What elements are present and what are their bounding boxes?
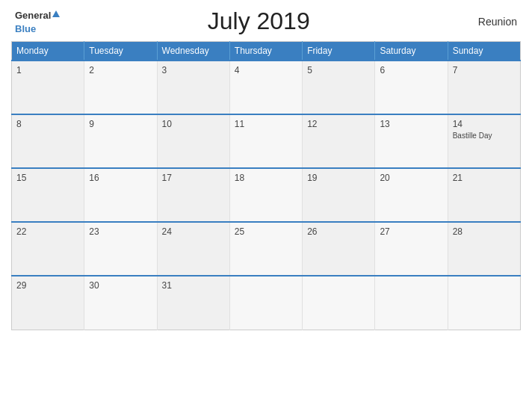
day-number: 14 (453, 119, 516, 129)
day-cell-31: 31 (157, 276, 229, 330)
logo-triangle-icon (52, 10, 60, 17)
col-saturday: Saturday (375, 42, 448, 61)
day-number: 3 (162, 65, 225, 75)
day-number: 28 (453, 226, 516, 237)
col-sunday: Sunday (448, 42, 520, 61)
day-cell-1: 1 (12, 61, 84, 114)
day-cell-4: 4 (229, 61, 302, 114)
col-thursday: Thursday (229, 42, 302, 61)
logo: General Blue (15, 8, 60, 34)
day-number: 24 (162, 226, 225, 237)
day-cell-24: 24 (157, 222, 229, 276)
day-number: 18 (235, 173, 297, 183)
region-label: Reunion (457, 16, 517, 28)
day-cell-16: 16 (84, 168, 157, 222)
day-number: 1 (16, 65, 79, 75)
day-number: 30 (89, 280, 152, 291)
week-row-5: 293031 (12, 276, 521, 330)
day-cell-3: 3 (157, 61, 229, 114)
day-cell-18: 18 (229, 168, 302, 222)
day-number: 10 (162, 119, 225, 129)
day-number: 27 (380, 226, 442, 237)
day-number: 11 (235, 119, 297, 129)
calendar-table: Monday Tuesday Wednesday Thursday Friday… (11, 41, 521, 330)
day-number: 21 (453, 173, 516, 183)
day-number: 31 (162, 280, 225, 291)
day-number: 16 (89, 173, 152, 183)
day-cell-28: 28 (448, 222, 520, 276)
day-cell-17: 17 (157, 168, 229, 222)
day-cell-21: 21 (448, 168, 520, 222)
day-number: 23 (89, 226, 152, 237)
day-cell-22: 22 (12, 222, 84, 276)
day-cell-19: 19 (303, 168, 375, 222)
day-cell-11: 11 (229, 114, 302, 168)
day-number: 17 (162, 173, 225, 183)
day-number: 9 (89, 119, 152, 129)
day-number: 8 (16, 119, 79, 129)
day-cell-13: 13 (375, 114, 448, 168)
day-cell-26: 26 (303, 222, 375, 276)
day-cell-7: 7 (448, 61, 520, 114)
col-friday: Friday (303, 42, 375, 61)
day-cell-34 (375, 276, 448, 330)
day-number: 15 (16, 173, 79, 183)
month-title: July 2019 (60, 7, 457, 35)
day-cell-2: 2 (84, 61, 157, 114)
day-cell-6: 6 (375, 61, 448, 114)
logo-line1: General (15, 8, 60, 22)
week-row-3: 15161718192021 (12, 168, 521, 222)
logo-line2: Blue (15, 22, 60, 35)
day-number: 6 (380, 65, 442, 75)
day-cell-30: 30 (84, 276, 157, 330)
day-cell-27: 27 (375, 222, 448, 276)
day-number: 7 (453, 65, 516, 75)
col-monday: Monday (12, 42, 84, 61)
day-number: 19 (307, 173, 370, 183)
week-row-4: 22232425262728 (12, 222, 521, 276)
day-number: 25 (235, 226, 297, 237)
days-of-week-row: Monday Tuesday Wednesday Thursday Friday… (12, 42, 521, 61)
logo-general-text: General (15, 10, 51, 21)
day-cell-10: 10 (157, 114, 229, 168)
day-number: 12 (307, 119, 370, 129)
day-number: 2 (89, 65, 152, 75)
day-cell-14: 14Bastille Day (448, 114, 520, 168)
day-number: 29 (16, 280, 79, 291)
day-event: Bastille Day (453, 132, 516, 140)
day-cell-15: 15 (12, 168, 84, 222)
day-number: 26 (307, 226, 370, 237)
day-number: 4 (235, 65, 297, 75)
week-row-1: 1234567 (12, 61, 521, 114)
day-cell-25: 25 (229, 222, 302, 276)
day-number: 20 (380, 173, 442, 183)
col-wednesday: Wednesday (157, 42, 229, 61)
day-cell-32 (229, 276, 302, 330)
day-cell-35 (448, 276, 520, 330)
day-cell-5: 5 (303, 61, 375, 114)
logo-blue-text: Blue (15, 23, 36, 34)
calendar-header: Monday Tuesday Wednesday Thursday Friday… (12, 42, 521, 61)
day-number: 22 (16, 226, 79, 237)
day-number: 5 (307, 65, 370, 75)
calendar-body: 1234567891011121314Bastille Day151617181… (12, 61, 521, 330)
day-number: 13 (380, 119, 442, 129)
col-tuesday: Tuesday (84, 42, 157, 61)
week-row-2: 891011121314Bastille Day (12, 114, 521, 168)
day-cell-20: 20 (375, 168, 448, 222)
day-cell-8: 8 (12, 114, 84, 168)
day-cell-33 (303, 276, 375, 330)
day-cell-23: 23 (84, 222, 157, 276)
header: General Blue July 2019 Reunion (11, 7, 521, 35)
day-cell-12: 12 (303, 114, 375, 168)
day-cell-29: 29 (12, 276, 84, 330)
calendar-container: General Blue July 2019 Reunion Monday Tu… (0, 0, 532, 411)
day-cell-9: 9 (84, 114, 157, 168)
